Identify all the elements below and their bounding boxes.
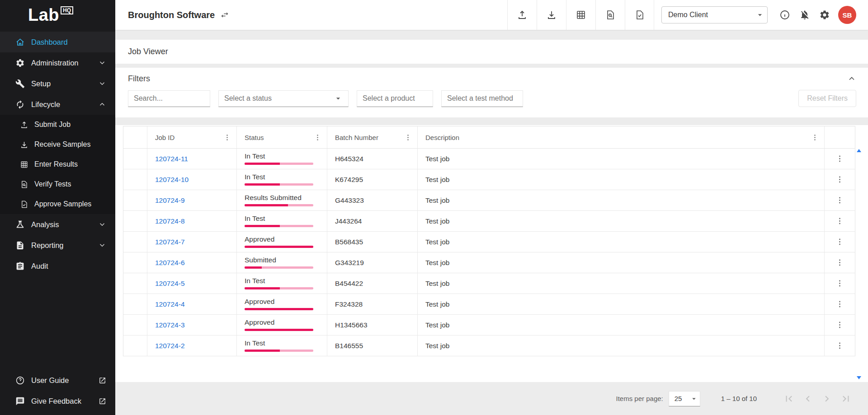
description-value: Test job [425,259,449,267]
filters-collapse-button[interactable] [847,74,856,83]
batch-column-menu-button[interactable] [403,133,413,142]
test-method-select[interactable]: Select a test method [441,90,523,107]
job-id-link[interactable]: 120724-9 [155,196,185,205]
submit-job-action-button[interactable] [507,0,537,30]
product-select[interactable]: Select a product [357,90,433,107]
description-header-cell[interactable]: Description [418,126,825,148]
status-bar-fill [245,246,313,248]
description-value: Test job [425,300,449,308]
chevron-down-icon [98,59,106,67]
client-select[interactable]: Demo Client [661,6,768,23]
gutter-header-cell [123,126,147,148]
job-id-link[interactable]: 120724-11 [155,155,188,163]
description-cell: Test job [418,169,825,190]
table-scrollbar[interactable] [856,149,862,379]
row-menu-button[interactable] [835,195,845,205]
sidebar-item-analysis[interactable]: Analysis [0,214,115,235]
chevron-left-icon [802,393,814,405]
last-page-button[interactable] [839,392,853,406]
job-id-link[interactable]: 120724-2 [155,342,185,350]
description-cell: Test job [418,190,825,210]
sidebar-item-approve-samples[interactable]: Approve Samples [0,194,115,214]
row-gutter-cell [123,294,147,314]
status-progress-track [245,183,313,186]
job-id-link[interactable]: 120724-4 [155,300,185,308]
status-select[interactable]: Select a status [218,90,349,107]
sidebar-item-receive-samples[interactable]: Receive Samples [0,135,115,154]
swap-client-button[interactable] [220,10,229,19]
sidebar-item-verify-tests[interactable]: Verify Tests [0,174,115,194]
row-gutter-cell [123,169,147,190]
status-label: In Test [245,277,265,284]
chevron-up-icon [98,100,106,108]
row-menu-button[interactable] [835,320,845,330]
row-menu-button[interactable] [835,278,845,289]
scroll-up-arrow[interactable] [857,149,861,152]
table-header-row: Job ID Status Batch Number [123,126,855,149]
job-id-column-menu-button[interactable] [222,133,232,142]
row-menu-button[interactable] [835,237,845,247]
sidebar-item-give-feedback[interactable]: Give Feedback [0,391,115,411]
description-cell: Test job [418,149,825,169]
row-menu-button[interactable] [835,154,845,164]
row-menu-button[interactable] [835,340,845,351]
sidebar-item-audit[interactable]: Audit [0,256,115,276]
batch-cell: B146555 [327,336,418,356]
verify-tests-action-button[interactable] [595,0,625,30]
user-avatar[interactable]: SB [838,6,856,24]
settings-button[interactable] [815,5,835,25]
sidebar-item-enter-results[interactable]: Enter Results [0,154,115,174]
description-cell: Test job [418,336,825,356]
status-cell: In Test [237,149,327,169]
next-page-button[interactable] [820,392,834,406]
chevron-down-icon [98,241,106,249]
approve-samples-action-button[interactable] [625,0,654,30]
status-label: Submitted [245,256,276,264]
main-area: Broughton Software [115,0,868,415]
notifications-off-button[interactable] [795,5,815,25]
previous-page-button[interactable] [801,392,815,406]
batch-value: J443264 [335,217,362,225]
document-check-icon [20,200,28,209]
actions-header-cell [825,126,855,148]
job-id-link[interactable]: 120724-8 [155,217,185,225]
row-menu-button[interactable] [835,299,845,309]
status-bar-fill [245,350,280,352]
receive-samples-action-button[interactable] [537,0,566,30]
job-id-link[interactable]: 120724-6 [155,259,185,267]
sidebar-item-lifecycle[interactable]: Lifecycle [0,94,115,115]
job-id-link[interactable]: 120724-3 [155,321,185,329]
table-row: 120724-11 In Test H645324 Test job [123,149,855,169]
enter-results-action-button[interactable] [566,0,595,30]
first-page-button[interactable] [782,392,796,406]
info-button[interactable] [775,5,795,25]
row-menu-button[interactable] [835,257,845,268]
kebab-menu-icon [835,341,844,350]
items-per-page-select[interactable]: 25 [669,391,700,406]
description-column-menu-button[interactable] [810,133,820,142]
sidebar-item-label: Analysis [31,220,59,229]
description-value: Test job [425,280,449,288]
sidebar-item-label: User Guide [31,376,69,385]
status-header-cell[interactable]: Status [237,126,327,148]
row-menu-button[interactable] [835,216,845,226]
gear-icon [15,58,25,68]
batch-number-header-cell[interactable]: Batch Number [327,126,418,148]
job-id-link[interactable]: 120724-7 [155,238,185,246]
sidebar-item-submit-job[interactable]: Submit Job [0,115,115,135]
sidebar-item-setup[interactable]: Setup [0,73,115,94]
reset-filters-button[interactable]: Reset Filters [798,90,856,107]
app-logo[interactable]: Lab HQ [0,0,115,30]
row-menu-button[interactable] [835,174,845,185]
sidebar-item-dashboard[interactable]: Dashboard [0,32,115,52]
job-id-header-cell[interactable]: Job ID [147,126,237,148]
job-id-link[interactable]: 120724-5 [155,280,185,288]
search-input[interactable] [134,94,204,103]
scroll-down-arrow[interactable] [857,376,861,379]
status-column-menu-button[interactable] [313,133,322,142]
row-gutter-cell [123,149,147,169]
sidebar-item-user-guide[interactable]: User Guide [0,370,115,391]
sidebar-item-administration[interactable]: Administration [0,52,115,73]
job-id-link[interactable]: 120724-10 [155,176,189,184]
sidebar-item-reporting[interactable]: Reporting [0,235,115,256]
